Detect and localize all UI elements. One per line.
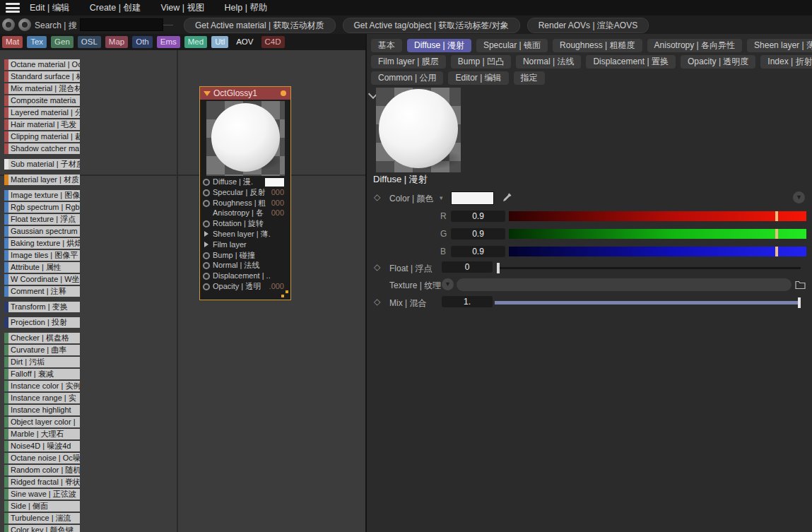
category-tab-ems[interactable]: Ems — [157, 36, 180, 48]
mix-value-input[interactable]: 1. — [442, 296, 493, 307]
list-item[interactable]: Octane material | Oc — [4, 59, 80, 70]
tab-opacity[interactable]: Opacity | 透明度 — [681, 55, 755, 69]
list-item[interactable]: Attribute | 属性 — [4, 262, 80, 273]
list-item[interactable]: Transform | 变换 — [4, 302, 80, 312]
expand-triangle-icon[interactable] — [204, 231, 208, 237]
category-tab-osl[interactable]: OSL — [78, 36, 101, 48]
color-dropdown-caret-icon[interactable]: ▾ — [440, 194, 443, 201]
list-item[interactable]: Checker | 棋盘格 — [4, 333, 80, 343]
channel-slider-handle[interactable] — [775, 247, 778, 256]
list-item[interactable]: Image tiles | 图像平 — [4, 250, 80, 261]
channel-slider[interactable] — [509, 247, 806, 256]
node-resize-handle[interactable] — [281, 290, 288, 297]
texture-options-button[interactable]: ▼ — [442, 278, 454, 290]
channel-value-input[interactable]: 0.9 — [451, 246, 505, 257]
list-item[interactable]: Octane noise | Oc噪 — [4, 453, 80, 463]
tab-normal[interactable]: Normal | 法线 — [516, 55, 581, 69]
tab-index[interactable]: Index | 折射率 — [760, 55, 812, 69]
menu-item[interactable]: Help | 帮助 — [225, 2, 268, 14]
list-item[interactable]: Comment | 注释 — [4, 286, 80, 297]
category-tab-c4d[interactable]: C4D — [261, 36, 285, 48]
channel-slider[interactable] — [509, 211, 806, 221]
channel-value-input[interactable]: 0.9 — [451, 211, 505, 222]
color-swatch[interactable] — [451, 191, 494, 205]
node-row[interactable]: Anisotropy | 各000 — [200, 208, 290, 218]
node-header[interactable]: OctGlossy1 — [200, 87, 290, 100]
node-row[interactable]: Film layer — [200, 240, 290, 250]
menu-item[interactable]: View | 视图 — [160, 2, 204, 14]
category-tab-mat[interactable]: Mat — [2, 36, 23, 48]
tab-sheen[interactable]: Sheen layer | 薄层 — [747, 39, 812, 52]
category-tab-utl[interactable]: Utl — [211, 36, 228, 48]
tab-diffuse[interactable]: Diffuse | 漫射 — [407, 39, 471, 52]
tab-anisotropy[interactable]: Anisotropy | 各向异性 — [647, 39, 742, 52]
node-row[interactable]: Bump | 碰撞 — [200, 250, 290, 261]
input-connector-icon[interactable] — [203, 189, 210, 196]
folder-icon[interactable] — [795, 279, 806, 292]
channel-slider[interactable] — [509, 229, 806, 239]
list-item[interactable]: Rgb spectrum | Rgb — [4, 202, 80, 213]
list-item[interactable]: Dirt | 污垢 — [4, 357, 80, 367]
list-item[interactable]: Noise4D | 噪波4d — [4, 441, 80, 451]
list-item[interactable]: Random color | 随机 — [4, 465, 80, 475]
list-item[interactable]: Hair material | 毛发 — [4, 119, 80, 130]
list-item[interactable]: Falloff | 衰减 — [4, 369, 80, 379]
tab-基本[interactable]: 基本 — [371, 39, 402, 52]
list-item[interactable]: Sub material | 子材质 — [4, 159, 80, 170]
list-item[interactable]: Side | 侧面 — [4, 501, 80, 512]
channel-slider-handle[interactable] — [775, 229, 778, 239]
list-item[interactable]: Gaussian spectrum — [4, 226, 80, 237]
list-item[interactable]: Baking texture | 烘焙 — [4, 238, 80, 249]
tab-editor[interactable]: Editor | 编辑 — [448, 71, 508, 85]
category-tab-med[interactable]: Med — [184, 36, 207, 48]
tab-bump[interactable]: Bump | 凹凸 — [451, 55, 511, 69]
list-item[interactable]: Sine wave | 正弦波 — [4, 489, 80, 500]
search-input[interactable] — [80, 18, 163, 31]
list-item[interactable]: Color key | 颜色键 — [4, 525, 80, 532]
toolbar-button[interactable]: Render AOVs | 渲染AOVS — [527, 18, 649, 33]
list-item[interactable]: Shadow catcher ma — [4, 143, 80, 154]
list-item[interactable]: Instance color | 实例 — [4, 381, 80, 391]
tab-common[interactable]: Common | 公用 — [371, 71, 443, 85]
node-row[interactable]: Sheen layer | 薄. — [200, 229, 290, 240]
input-connector-icon[interactable] — [203, 200, 210, 207]
list-item[interactable]: Instance highlight — [4, 405, 80, 415]
float-slider[interactable] — [497, 267, 801, 269]
channel-value-input[interactable]: 0.9 — [451, 228, 505, 240]
category-tab-aov[interactable]: AOV — [233, 36, 257, 48]
list-item[interactable]: Marble | 大理石 — [4, 429, 80, 439]
node-row[interactable]: Normal | 法线 — [200, 260, 290, 271]
node-editor-canvas[interactable]: Octane material | OcStandard surface | 标… — [0, 50, 365, 532]
color-options-button[interactable]: ▼ — [793, 191, 805, 203]
texture-ball-icon[interactable] — [18, 18, 31, 31]
float-slider-handle[interactable] — [497, 263, 500, 273]
input-connector-icon[interactable] — [203, 273, 210, 280]
node-row[interactable]: Roughness | 粗000 — [200, 198, 290, 208]
tab-film[interactable]: Film layer | 膜层 — [371, 55, 446, 69]
node-row[interactable]: Rotation | 旋转 — [200, 218, 290, 229]
list-item[interactable]: Material layer | 材质 — [4, 175, 80, 185]
category-tab-oth[interactable]: Oth — [132, 36, 153, 48]
menu-item[interactable]: Edit | 编辑 — [30, 2, 70, 14]
list-item[interactable]: Standard surface | 标 — [4, 71, 80, 82]
mix-key-diamond-icon[interactable]: ◇ — [374, 297, 380, 307]
category-tab-tex[interactable]: Tex — [27, 36, 47, 48]
node-row[interactable]: Displacement | .. — [200, 271, 290, 281]
node-octglossy1[interactable]: OctGlossy1 Diffuse | 漫.Specular | 反射000R… — [199, 86, 291, 300]
tab-displacement[interactable]: Displacement | 置换 — [586, 55, 675, 69]
list-item[interactable]: Clipping material | 裁 — [4, 131, 80, 142]
node-row-swatch[interactable] — [265, 178, 284, 187]
node-collapse-triangle-icon[interactable] — [204, 91, 211, 96]
list-item[interactable]: Mix material | 混合材 — [4, 83, 80, 94]
list-item[interactable]: Layered material | 分 — [4, 107, 80, 118]
node-output-dot[interactable] — [281, 90, 286, 96]
list-item[interactable]: W Coordinate | W坐 — [4, 274, 80, 285]
tab-specular[interactable]: Specular | 镜面 — [476, 39, 548, 52]
list-item[interactable]: Image texture | 图像 — [4, 190, 80, 201]
list-item[interactable]: Ridged fractal | 脊状 — [4, 477, 80, 487]
list-item[interactable]: Curvature | 曲率 — [4, 345, 80, 355]
list-item[interactable]: Instance range | 实 — [4, 393, 80, 403]
mix-slider[interactable] — [495, 301, 801, 305]
float-value-input[interactable]: 0 — [442, 261, 493, 273]
node-row[interactable]: Diffuse | 漫. — [200, 177, 290, 187]
